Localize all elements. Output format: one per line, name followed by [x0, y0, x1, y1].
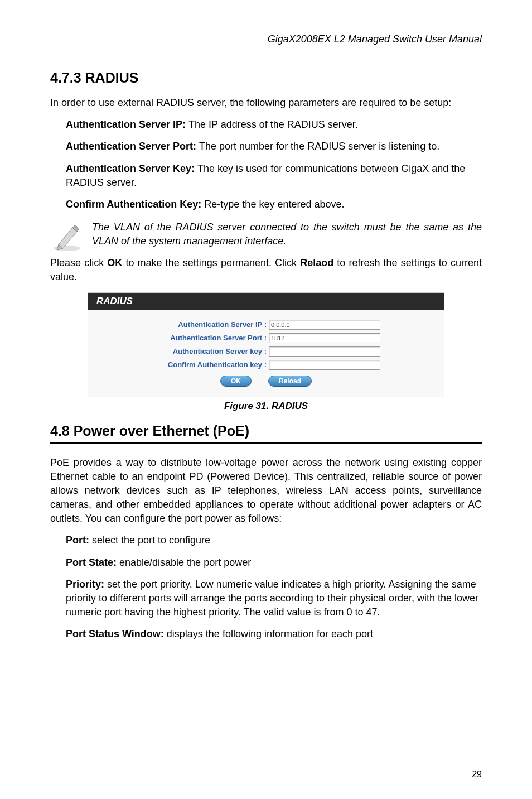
reload-button[interactable]: Reload: [268, 376, 312, 387]
note-block: The VLAN of the RADIUS server connected …: [50, 219, 482, 253]
radius-item-2: Authentication Server Port: The port num…: [50, 139, 482, 153]
radius-confirm-label: Confirm Authentication key :: [152, 360, 269, 369]
radius-key-label: Authentication Server key :: [152, 347, 269, 355]
radius-key-input[interactable]: [269, 346, 380, 357]
radius-item-1: Authentication Server IP: The IP address…: [50, 118, 482, 132]
radius-row-confirm: Confirm Authentication key :: [122, 360, 410, 370]
confirm-auth-key-text: Re-type the key entered above.: [204, 199, 344, 210]
radius-row-ip: Authentication Server IP :: [122, 320, 410, 330]
radius-ip-label: Authentication Server IP :: [152, 320, 269, 329]
header-title: GigaX2008EX L2 Managed Switch User Manua…: [50, 33, 482, 50]
port-status-window-text: displays the following information for e…: [167, 628, 373, 639]
radius-panel: RADIUS Authentication Server IP : Authen…: [88, 292, 444, 397]
radius-panel-title: RADIUS: [88, 293, 444, 310]
priority-text: set the port priority. Low numeric value…: [66, 579, 478, 618]
radius-paragraph-2: Please click OK to make the settings per…: [50, 256, 482, 284]
para2-pre: Please click: [50, 257, 107, 268]
radius-item-3: Authentication Server Key: The key is us…: [50, 162, 482, 190]
confirm-auth-key-label: Confirm Authentication Key:: [66, 199, 204, 210]
auth-server-port-label: Authentication Server Port:: [66, 141, 199, 152]
para2-mid: to make the settings permanent. Click: [122, 257, 300, 268]
radius-buttons: OK Reload: [122, 376, 410, 387]
port-state-label: Port State:: [66, 557, 119, 568]
port-label: Port:: [66, 535, 92, 546]
radius-ip-input[interactable]: [269, 320, 380, 330]
poe-intro: PoE provides a way to distribute low-vol…: [50, 456, 482, 526]
para2-reload: Relaod: [300, 257, 333, 268]
priority-label: Priority:: [66, 579, 107, 590]
radius-port-label: Authentication Server Port :: [152, 334, 269, 342]
figure-caption: Figure 31. RADIUS: [50, 401, 482, 412]
section-radius-heading: 4.7.3 RADIUS: [50, 70, 482, 86]
radius-item-4: Confirm Authentication Key: Re-type the …: [50, 198, 482, 211]
radius-row-key: Authentication Server key :: [122, 346, 410, 357]
auth-server-key-label: Authentication Server Key:: [66, 163, 197, 174]
poe-item-2: Port State: enable/disable the port powe…: [50, 556, 482, 570]
section-poe-heading: 4.8 Power over Ethernet (PoE): [50, 423, 482, 444]
ok-button[interactable]: OK: [220, 376, 252, 387]
port-status-window-label: Port Status Window:: [66, 628, 167, 639]
para2-ok: OK: [107, 257, 122, 268]
radius-intro: In order to use external RADIUS server, …: [50, 96, 482, 110]
port-state-text: enable/disable the port power: [119, 557, 251, 568]
auth-server-ip-label: Authentication Server IP:: [66, 119, 188, 130]
poe-item-4: Port Status Window: displays the followi…: [50, 627, 482, 641]
note-text: The VLAN of the RADIUS server connected …: [92, 219, 482, 248]
auth-server-port-text: The port number for the RADIUS server is…: [199, 141, 439, 152]
poe-item-3: Priority: set the port priority. Low num…: [50, 577, 482, 620]
page-number: 29: [472, 769, 482, 779]
radius-panel-body: Authentication Server IP : Authenticatio…: [88, 310, 444, 397]
radius-confirm-input[interactable]: [269, 360, 380, 370]
pencil-icon: [50, 219, 84, 253]
port-text: select the port to configure: [92, 535, 210, 546]
poe-item-1: Port: select the port to configure: [50, 533, 482, 547]
radius-row-port: Authentication Server Port :: [122, 333, 410, 343]
radius-port-input[interactable]: [269, 333, 380, 343]
auth-server-ip-text: The IP address of the RADIUS server.: [188, 119, 358, 130]
